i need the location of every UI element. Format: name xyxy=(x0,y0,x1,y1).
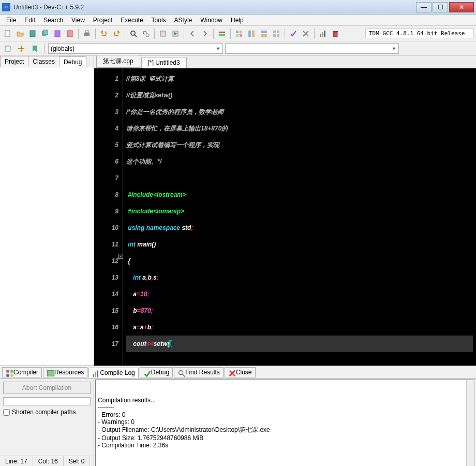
back-icon[interactable] xyxy=(187,28,198,39)
forward-icon[interactable] xyxy=(199,28,211,39)
compile-progress xyxy=(3,397,91,405)
scope-combo-value: (globals) xyxy=(51,45,75,52)
svg-point-10 xyxy=(143,31,146,34)
grid4-icon[interactable] xyxy=(271,28,282,39)
bottom-tab-debug[interactable]: Debug xyxy=(140,367,173,377)
compile-log-output[interactable]: Compilation results... -------- - Errors… xyxy=(95,380,475,466)
grid1-icon[interactable] xyxy=(233,28,245,39)
save-all-icon[interactable] xyxy=(39,28,51,39)
svg-point-8 xyxy=(131,31,135,35)
bottom-tab-compile-log[interactable]: Compile Log xyxy=(88,368,138,378)
maximize-button[interactable]: ☐ xyxy=(433,2,448,12)
print-icon[interactable] xyxy=(81,28,93,39)
grid2-icon[interactable] xyxy=(246,28,257,39)
svg-line-9 xyxy=(135,35,137,37)
svg-rect-37 xyxy=(10,374,13,376)
titlebar: D Untitled3 - Dev-C++ 5.9.2 — ☐ ✕ xyxy=(0,0,476,14)
insert-icon[interactable] xyxy=(16,43,27,54)
delete-icon[interactable] xyxy=(330,28,341,39)
file-tab[interactable]: [*] Untitled3 xyxy=(141,57,187,68)
bottom-tab-resources[interactable]: Resources xyxy=(43,367,87,377)
svg-rect-31 xyxy=(333,32,337,37)
svg-rect-4 xyxy=(55,31,60,37)
open-icon[interactable] xyxy=(14,28,26,39)
code-lines[interactable]: //第8课 竖式计算//设置域宽setw()/*你是一名优秀的程序员，数学老师请… xyxy=(123,68,476,366)
menu-project[interactable]: Project xyxy=(89,16,116,25)
run-icon[interactable] xyxy=(170,28,181,39)
find-icon[interactable] xyxy=(128,28,139,39)
svg-rect-20 xyxy=(248,31,251,37)
new-class-icon[interactable] xyxy=(2,43,13,54)
left-tab-classes[interactable]: Classes xyxy=(28,56,60,67)
bottom-tab-label: Close xyxy=(236,369,252,376)
file-tab[interactable]: 第七课.cpp xyxy=(96,55,140,68)
menu-tools[interactable]: Tools xyxy=(147,16,170,25)
bottom-tab-compiler[interactable]: Compiler xyxy=(2,367,42,377)
bottom-tab-close[interactable]: Close xyxy=(225,367,256,377)
menu-window[interactable]: Window xyxy=(196,16,227,25)
fold-marker-icon[interactable]: - xyxy=(118,254,123,259)
menu-view[interactable]: View xyxy=(67,16,89,25)
bottom-tab-label: Compiler xyxy=(13,369,38,376)
redo-icon[interactable] xyxy=(111,28,122,39)
goto-icon[interactable] xyxy=(216,28,228,39)
secondary-toolbar: (globals)▼ ▼ xyxy=(0,41,476,56)
shorten-paths-checkbox[interactable]: Shorten compiler paths xyxy=(3,409,91,416)
close-file-icon[interactable] xyxy=(64,28,76,39)
scope-combo[interactable]: (globals)▼ xyxy=(48,43,223,54)
line-gutter: 1234567891011121314151617 xyxy=(94,68,123,366)
svg-rect-19 xyxy=(240,34,242,37)
svg-rect-38 xyxy=(47,370,54,376)
shorten-paths-label: Shorten compiler paths xyxy=(12,409,76,416)
log-icon xyxy=(92,370,98,376)
save-icon[interactable] xyxy=(27,28,38,39)
svg-rect-39 xyxy=(93,374,95,377)
status-sel: Sel: 0 xyxy=(64,456,91,466)
check-icon[interactable] xyxy=(288,28,299,39)
window-title: Untitled3 - Dev-C++ 5.9.2 xyxy=(13,4,416,11)
member-combo[interactable]: ▼ xyxy=(225,43,399,54)
bottom-tabs: CompilerResourcesCompile LogDebugFind Re… xyxy=(0,366,476,378)
left-tab-debug[interactable]: Debug xyxy=(59,56,86,67)
menu-help[interactable]: Help xyxy=(227,16,248,25)
svg-rect-7 xyxy=(85,31,88,33)
menu-astyle[interactable]: AStyle xyxy=(170,16,197,25)
bottom-tab-find-results[interactable]: Find Results xyxy=(174,367,224,377)
menu-search[interactable]: Search xyxy=(39,16,67,25)
left-tab-project[interactable]: Project xyxy=(0,56,28,67)
grid3-icon[interactable] xyxy=(258,28,270,39)
find-icon xyxy=(177,369,184,375)
menu-file[interactable]: File xyxy=(2,16,20,25)
file-tabs: 第七课.cpp[*] Untitled3 xyxy=(94,56,476,68)
new-file-icon[interactable] xyxy=(2,28,13,39)
svg-point-11 xyxy=(146,34,149,37)
minimize-button[interactable]: — xyxy=(416,2,432,12)
bookmark-icon[interactable] xyxy=(29,43,40,54)
svg-rect-5 xyxy=(67,31,72,37)
code-editor[interactable]: 1234567891011121314151617 //第8课 竖式计算//设置… xyxy=(94,68,476,366)
svg-rect-30 xyxy=(324,31,325,37)
bottom-tab-label: Find Results xyxy=(185,369,220,376)
left-panel-tabs: ProjectClassesDebug xyxy=(0,56,94,67)
vertical-scrollbar[interactable] xyxy=(466,380,474,466)
undo-icon[interactable] xyxy=(98,28,110,39)
svg-rect-41 xyxy=(97,370,99,377)
svg-rect-40 xyxy=(95,372,97,377)
menu-edit[interactable]: Edit xyxy=(20,16,39,25)
chart-icon[interactable] xyxy=(317,28,329,39)
close-button[interactable]: ✕ xyxy=(449,2,474,12)
bottom-panel: CompilerResourcesCompile LogDebugFind Re… xyxy=(0,366,476,456)
replace-icon[interactable] xyxy=(140,28,152,39)
cancel-icon[interactable] xyxy=(300,28,311,39)
compiler-selector[interactable]: TDM-GCC 4.8.1 64-bit Release xyxy=(365,28,474,38)
svg-rect-28 xyxy=(320,34,321,37)
svg-rect-14 xyxy=(219,32,225,33)
abort-compilation-button[interactable]: Abort Compilation xyxy=(3,382,91,394)
compile-icon[interactable] xyxy=(157,28,169,39)
left-panel: ProjectClassesDebug xyxy=(0,56,94,366)
svg-rect-18 xyxy=(236,34,239,37)
svg-rect-17 xyxy=(240,31,242,33)
save-as-icon[interactable] xyxy=(52,28,63,39)
menu-execute[interactable]: Execute xyxy=(116,16,147,25)
svg-rect-23 xyxy=(261,34,267,37)
